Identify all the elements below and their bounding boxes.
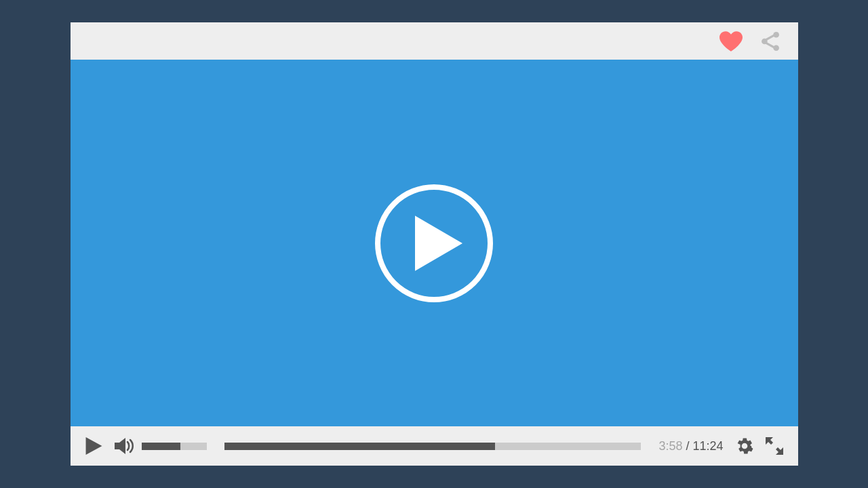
center-play-button[interactable]: [375, 184, 493, 302]
controls-bar: 3:58 / 11:24: [71, 426, 798, 466]
heart-icon: [719, 31, 743, 52]
time-total: 11:24: [692, 439, 723, 453]
fullscreen-icon: [766, 437, 783, 455]
settings-button[interactable]: [736, 437, 753, 455]
like-button[interactable]: [719, 31, 743, 52]
progress-fill: [224, 443, 496, 450]
play-icon: [85, 437, 102, 455]
time-current: 3:58: [658, 439, 682, 453]
volume-slider[interactable]: [142, 443, 207, 450]
volume-button[interactable]: [115, 438, 135, 454]
volume-fill: [142, 443, 181, 450]
play-icon: [406, 216, 462, 271]
svg-marker-9: [776, 447, 783, 455]
time-separator: /: [682, 439, 692, 453]
fullscreen-button[interactable]: [766, 437, 783, 455]
svg-marker-8: [766, 437, 773, 445]
video-viewport[interactable]: [71, 60, 798, 426]
video-player: 3:58 / 11:24: [71, 22, 798, 466]
top-bar: [71, 22, 798, 60]
play-button[interactable]: [85, 437, 102, 455]
progress-slider[interactable]: [224, 443, 642, 450]
svg-marker-6: [85, 437, 102, 455]
gear-icon: [736, 437, 753, 455]
share-button[interactable]: [762, 32, 779, 51]
volume-control: [115, 438, 207, 454]
svg-marker-5: [415, 216, 462, 271]
svg-marker-7: [115, 438, 125, 454]
time-display: 3:58 / 11:24: [658, 439, 723, 453]
volume-icon: [115, 438, 135, 454]
share-icon: [762, 32, 779, 51]
